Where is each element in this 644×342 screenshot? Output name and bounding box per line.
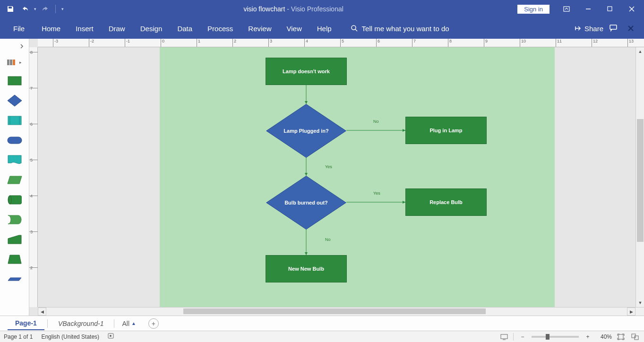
shape-custom1[interactable] [7,231,23,248]
qat-customize-icon[interactable]: ▾ [60,7,66,11]
connectors [160,47,555,307]
tab-process[interactable]: Process [200,20,240,37]
shape-custom3[interactable] [7,271,23,287]
tab-draw[interactable]: Draw [101,20,133,37]
add-page-button[interactable]: + [148,318,159,329]
svg-rect-31 [501,334,507,339]
tab-insert[interactable]: Insert [68,20,101,37]
shape-database[interactable] [7,192,23,208]
scroll-right-button[interactable]: ▶ [627,308,635,316]
ribbon-display-options-button[interactable] [556,2,577,16]
tab-home[interactable]: Home [34,20,68,37]
share-icon [574,25,582,32]
svg-rect-33 [618,334,623,339]
svg-marker-22 [8,255,21,264]
scroll-up-button[interactable]: ▲ [636,47,644,56]
flowchart-plugin[interactable]: Plug in Lamp [405,117,487,144]
presentation-mode-button[interactable] [499,332,509,342]
maximize-button[interactable] [600,2,620,16]
minimize-button[interactable] [578,2,599,16]
zoom-slider[interactable] [532,336,579,338]
zoom-in-button[interactable]: + [583,332,593,342]
pan-zoom-window-button[interactable] [630,332,640,342]
stencil-icon [7,58,18,67]
svg-rect-10 [7,60,9,65]
redo-button[interactable] [38,2,52,16]
flowchart-start[interactable]: Lamp doesn't work [266,58,347,85]
tab-review[interactable]: Review [240,20,279,37]
page-tab-1[interactable]: Page-1 [8,317,44,330]
svg-marker-14 [8,95,22,106]
zoom-percent[interactable]: 40% [597,333,612,340]
tab-help[interactable]: Help [309,20,339,37]
vertical-scrollbar[interactable]: ▲ ▼ [635,47,644,307]
svg-marker-19 [8,176,22,184]
save-button[interactable] [4,2,17,16]
shape-document[interactable] [7,152,23,168]
status-bar: Page 1 of 1 English (United States) − + … [0,331,644,342]
svg-rect-18 [8,137,22,144]
tab-view[interactable]: View [279,20,309,37]
tab-file[interactable]: File [6,20,32,37]
shapes-panel: ▸ [0,39,29,316]
horizontal-scrollbar[interactable]: ◀ ▶ [38,307,644,316]
close-button[interactable] [621,2,642,16]
fit-page-button[interactable] [616,332,626,342]
vertical-ruler[interactable]: 8 7 6 5 4 3 2 [29,47,38,307]
shape-data[interactable] [7,172,23,188]
zoom-out-button[interactable]: − [517,332,528,342]
svg-marker-21 [8,235,21,244]
signin-button[interactable]: Sign in [517,5,550,14]
shape-process[interactable] [7,73,23,89]
svg-rect-12 [13,60,15,65]
language-indicator[interactable]: English (United States) [41,333,99,340]
page-indicator[interactable]: Page 1 of 1 [4,333,33,340]
share-button[interactable]: Share [574,25,603,33]
svg-line-6 [355,29,357,31]
shape-start-end[interactable] [7,132,23,148]
scroll-down-button[interactable]: ▼ [636,299,644,307]
macro-recorder-button[interactable] [108,333,115,341]
page-tab-background[interactable]: VBackground-1 [51,317,112,330]
quick-access-toolbar: ▾ ▾ [0,2,69,16]
tell-me-search[interactable]: Tell me what you want to do [362,25,449,33]
comment-icon [609,24,618,32]
flowchart-decision-plugged[interactable]: Lamp Plugged in? [266,104,346,158]
page-tabs-bar: Page-1 VBackground-1 All▲ + [0,316,644,331]
undo-dropdown-icon[interactable]: ▾ [34,7,36,11]
shape-subprocess[interactable] [7,112,23,128]
svg-rect-13 [8,77,21,85]
drawing-canvas[interactable]: No Yes Yes No Lamp doesn't work Lamp Plu… [38,47,635,307]
connector-label-no: No [373,119,379,124]
flowchart-newbulb[interactable]: New New Bulb [266,255,347,282]
ribbon-tabs: File Home Insert Draw Design Data Proces… [0,18,644,39]
canvas-area: -3 -2 -1 0 1 2 3 4 5 6 7 8 9 10 11 12 13… [29,39,644,316]
shape-custom2[interactable] [7,251,23,267]
svg-rect-2 [608,7,612,11]
vscroll-thumb[interactable] [637,119,644,242]
flowchart-replace[interactable]: Replace Bulb [405,188,487,216]
flowchart-decision-burned[interactable]: Bulb burned out? [266,176,346,230]
undo-button[interactable] [19,2,32,16]
main-area: ▸ -3 -2 -1 0 1 2 3 4 5 6 7 8 9 10 1 [0,39,644,316]
shape-decision[interactable] [7,93,23,109]
expand-shapes-panel-button[interactable] [0,41,29,52]
svg-rect-0 [564,7,569,11]
tab-design[interactable]: Design [133,20,170,37]
scroll-left-button[interactable]: ◀ [38,308,46,316]
title-bar: ▾ ▾ visio flowchart - Visio Professional… [0,0,644,18]
svg-rect-7 [610,25,617,29]
horizontal-ruler[interactable]: -3 -2 -1 0 1 2 3 4 5 6 7 8 9 10 11 12 13 [38,39,644,47]
svg-point-5 [352,26,356,30]
collapse-ribbon-button[interactable] [623,21,638,36]
page-tab-all[interactable]: All▲ [117,317,140,330]
stencil-selector[interactable]: ▸ [0,56,29,69]
tab-data[interactable]: Data [170,20,200,37]
comments-button[interactable] [609,24,618,34]
document-name: visio flowchart [243,5,285,13]
app-name: Visio Professional [291,5,343,13]
connector-label-yes2: Yes [373,191,380,196]
drawing-page[interactable]: No Yes Yes No Lamp doesn't work Lamp Plu… [160,47,555,307]
shape-external-data[interactable] [7,212,23,228]
hscroll-thumb[interactable] [183,308,486,314]
